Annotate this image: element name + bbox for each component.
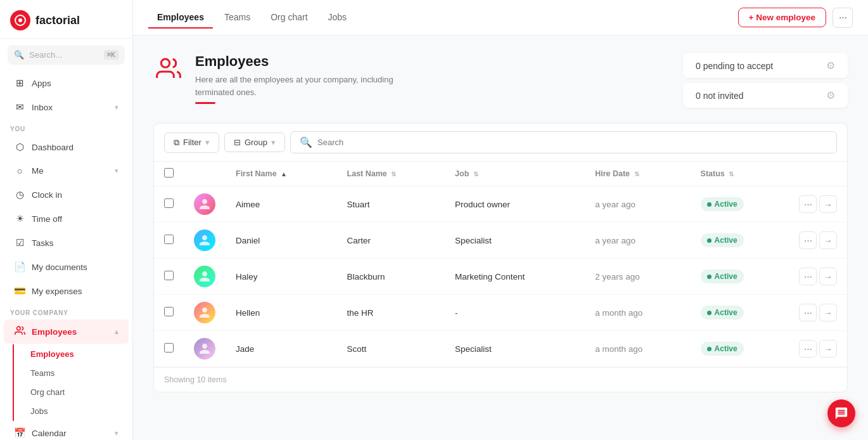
col-job-label: Job — [455, 169, 469, 178]
status-badge: Active — [701, 342, 744, 356]
row-more-button[interactable]: ⋯ — [799, 231, 817, 249]
sidebar-item-dashboard[interactable]: ⬡ Dashboard — [4, 136, 129, 159]
avatar — [194, 302, 215, 323]
row-navigate-button[interactable]: → — [819, 195, 837, 213]
page-content-area: Employees Here are all the employees at … — [133, 36, 868, 440]
table-search-input[interactable] — [317, 138, 827, 147]
sidebar-sub-item-teams[interactable]: Teams — [8, 364, 129, 382]
row-actions: ⋯ → — [799, 231, 837, 249]
sidebar-sub-item-jobs-label: Jobs — [30, 406, 48, 416]
group-label: Group — [245, 138, 267, 147]
row-job: Specialist — [445, 223, 585, 259]
sidebar-sub-item-teams-label: Teams — [30, 368, 54, 378]
sidebar-item-employees[interactable]: Employees ▴ — [4, 320, 129, 344]
sort-icon: ⇅ — [634, 171, 639, 178]
row-navigate-button[interactable]: → — [819, 340, 837, 358]
select-all-checkbox[interactable] — [164, 168, 174, 178]
logo-text: factorial — [35, 14, 80, 27]
sidebar-item-tasks[interactable]: ☑ Tasks — [4, 231, 129, 254]
sidebar-item-my-documents[interactable]: 📄 My documents — [4, 256, 129, 278]
filter-arrow-icon: ▾ — [205, 138, 210, 147]
avatar — [194, 193, 215, 215]
filter-icon: ⧉ — [174, 138, 179, 148]
tab-teams[interactable]: Teams — [215, 7, 259, 29]
row-actions-cell: ⋯ → — [789, 295, 847, 331]
row-job: - — [445, 295, 585, 331]
sidebar-sub-item-employees[interactable]: Employees — [8, 345, 129, 363]
row-checkbox-cell — [154, 223, 184, 259]
row-first-name: Daniel — [226, 223, 337, 259]
col-hire-date-label: Hire Date — [595, 169, 630, 178]
tab-jobs[interactable]: Jobs — [319, 7, 356, 29]
more-options-button[interactable]: ⋯ — [833, 8, 853, 28]
row-checkbox[interactable] — [164, 343, 174, 353]
group-icon: ⊟ — [234, 138, 241, 147]
sidebar-item-my-expenses[interactable]: 💳 My expenses — [4, 280, 129, 302]
table-row: Hellen the HR - a month ago Active ⋯ → — [154, 295, 847, 331]
row-checkbox[interactable] — [164, 307, 174, 316]
row-job: Specialist — [445, 331, 585, 367]
row-checkbox[interactable] — [164, 235, 174, 244]
employees-sub-group: Employees Teams Org chart Jobs — [4, 344, 132, 421]
sidebar-item-clock-in-label: Clock in — [32, 190, 118, 200]
tab-employees[interactable]: Employees — [148, 7, 213, 29]
row-more-button[interactable]: ⋯ — [799, 340, 817, 358]
sidebar-item-apps[interactable]: ⊞ Apps — [4, 72, 129, 94]
chat-button[interactable] — [827, 399, 855, 427]
filter-button[interactable]: ⧉ Filter ▾ — [164, 133, 219, 153]
tab-org-chart[interactable]: Org chart — [262, 7, 316, 29]
you-section-label: YOU — [0, 119, 132, 135]
page-icon — [153, 53, 184, 84]
row-navigate-button[interactable]: → — [819, 268, 837, 285]
status-dot — [707, 202, 712, 207]
logo-icon — [10, 10, 30, 30]
sidebar-item-calendar[interactable]: 📅 Calendar ▾ — [4, 422, 129, 440]
col-first-name[interactable]: First Name ▲ — [226, 162, 337, 186]
tasks-icon: ☑ — [14, 237, 25, 249]
gear-icon-not-invited[interactable]: ⚙ — [826, 89, 835, 101]
sidebar-item-inbox[interactable]: ✉ Inbox ▾ — [4, 96, 129, 119]
page-header: Employees Here are all the employees at … — [153, 53, 848, 108]
row-checkbox[interactable] — [164, 271, 174, 280]
sidebar-item-me[interactable]: ○ Me ▾ — [4, 160, 129, 182]
documents-icon: 📄 — [14, 261, 25, 273]
page-title-underline — [195, 102, 215, 104]
row-navigate-button[interactable]: → — [819, 231, 837, 249]
row-status: Active — [691, 186, 789, 223]
status-badge: Active — [701, 233, 744, 247]
sort-asc-icon: ▲ — [281, 171, 287, 178]
row-actions-cell: ⋯ → — [789, 186, 847, 223]
col-last-name[interactable]: Last Name ⇅ — [337, 162, 445, 186]
search-icon: 🔍 — [300, 136, 312, 148]
group-button[interactable]: ⊟ Group ▾ — [224, 133, 285, 152]
row-last-name: Stuart — [337, 186, 445, 223]
row-navigate-button[interactable]: → — [819, 304, 837, 321]
status-dot — [707, 347, 712, 351]
sidebar-item-clock-in[interactable]: ◷ Clock in — [4, 183, 129, 206]
row-more-button[interactable]: ⋯ — [799, 195, 817, 213]
col-hire-date[interactable]: Hire Date ⇅ — [585, 162, 690, 186]
sidebar-item-time-off-label: Time off — [32, 214, 118, 224]
sidebar: factorial 🔍 Search... ⌘K ⊞ Apps ✉ Inbox … — [0, 0, 133, 440]
row-checkbox[interactable] — [164, 198, 174, 208]
col-status[interactable]: Status ⇅ — [691, 162, 789, 186]
svg-point-3 — [161, 59, 169, 67]
sidebar-item-time-off[interactable]: ☀ Time off — [4, 207, 129, 230]
status-badge: Active — [701, 269, 744, 283]
page-header-right: 0 pending to accept ⚙ 0 not invited ⚙ — [683, 53, 848, 108]
inbox-icon: ✉ — [14, 101, 25, 113]
sidebar-sub-item-org-chart[interactable]: Org chart — [8, 383, 129, 401]
logo-area: factorial — [0, 0, 132, 39]
col-job[interactable]: Job ⇅ — [445, 162, 585, 186]
row-last-name: Blackburn — [337, 259, 445, 295]
sidebar-item-my-documents-label: My documents — [32, 262, 118, 272]
gear-icon-pending[interactable]: ⚙ — [826, 60, 835, 72]
row-more-button[interactable]: ⋯ — [799, 304, 817, 321]
row-checkbox-cell — [154, 186, 184, 223]
row-more-button[interactable]: ⋯ — [799, 268, 817, 285]
select-all-cell — [154, 162, 184, 186]
sidebar-search[interactable]: 🔍 Search... ⌘K — [8, 45, 125, 65]
sidebar-sub-item-jobs[interactable]: Jobs — [8, 402, 129, 420]
new-employee-button[interactable]: + New employee — [738, 8, 826, 27]
table-search[interactable]: 🔍 — [290, 131, 837, 153]
